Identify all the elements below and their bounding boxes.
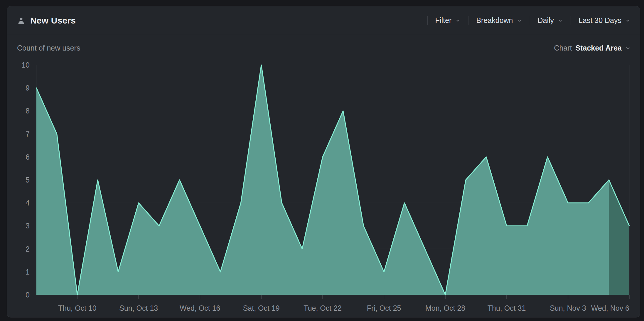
metric-label: Count of new users xyxy=(17,44,80,52)
chart-subheader: Count of new users Chart Stacked Area xyxy=(17,44,630,52)
chevron-down-icon xyxy=(625,46,630,51)
chevron-down-icon xyxy=(455,18,461,23)
person-icon xyxy=(17,16,25,25)
axis-x-label: Mon, Oct 28 xyxy=(425,304,465,312)
card-header: New Users Filter Breakdown Daily Last 30… xyxy=(7,6,640,35)
interval-dropdown[interactable]: Daily xyxy=(530,16,571,25)
axis-y-label: 0 xyxy=(26,291,30,299)
axis-y-label: 10 xyxy=(21,61,30,69)
chart-type-value: Stacked Area xyxy=(576,44,622,52)
area-fill-highlight xyxy=(609,180,629,295)
new-users-card: New Users Filter Breakdown Daily Last 30… xyxy=(7,6,640,317)
axis-x-label: Sun, Nov 3 xyxy=(550,304,586,312)
axis-y-label: 7 xyxy=(26,130,30,138)
axis-y-label: 3 xyxy=(26,222,30,230)
date-range-dropdown[interactable]: Last 30 Days xyxy=(571,16,630,25)
breakdown-dropdown[interactable]: Breakdown xyxy=(468,16,530,25)
chart-type-label: Chart xyxy=(554,44,572,52)
page-title: New Users xyxy=(30,16,76,26)
axis-x-label: Tue, Oct 22 xyxy=(304,304,342,312)
axis-x-label: Thu, Oct 31 xyxy=(488,304,526,312)
filter-dropdown-label: Filter xyxy=(435,16,452,25)
axis-x-label: Wed, Nov 6 xyxy=(591,304,629,312)
chart-type-selector[interactable]: Chart Stacked Area xyxy=(554,44,630,52)
title-group: New Users xyxy=(17,16,76,26)
breakdown-dropdown-label: Breakdown xyxy=(476,16,513,25)
axis-x-label: Wed, Oct 16 xyxy=(180,304,220,312)
axis-y-label: 4 xyxy=(26,199,30,207)
axis-y-label: 9 xyxy=(26,84,30,92)
chevron-down-icon xyxy=(517,18,522,23)
interval-dropdown-label: Daily xyxy=(538,16,554,25)
filter-dropdown[interactable]: Filter xyxy=(428,16,468,25)
date-range-dropdown-label: Last 30 Days xyxy=(579,16,621,25)
axis-y-label: 1 xyxy=(26,268,30,276)
header-controls: Filter Breakdown Daily Last 30 Days xyxy=(427,16,630,25)
axis-x-label: Sun, Oct 13 xyxy=(119,304,158,312)
chevron-down-icon xyxy=(625,18,630,23)
axis-x-label: Sat, Oct 19 xyxy=(243,304,280,312)
axis-y-label: 8 xyxy=(26,107,30,115)
axis-y-label: 6 xyxy=(26,153,30,161)
axis-y-label: 2 xyxy=(26,245,30,253)
axis-x-label: Thu, Oct 10 xyxy=(58,304,97,312)
chevron-down-icon xyxy=(558,18,563,23)
axis-y-label: 5 xyxy=(26,176,30,184)
area-chart-svg: 012345678910Thu, Oct 10Sun, Oct 13Wed, O… xyxy=(7,35,640,317)
axis-x-label: Fri, Oct 25 xyxy=(367,304,401,312)
